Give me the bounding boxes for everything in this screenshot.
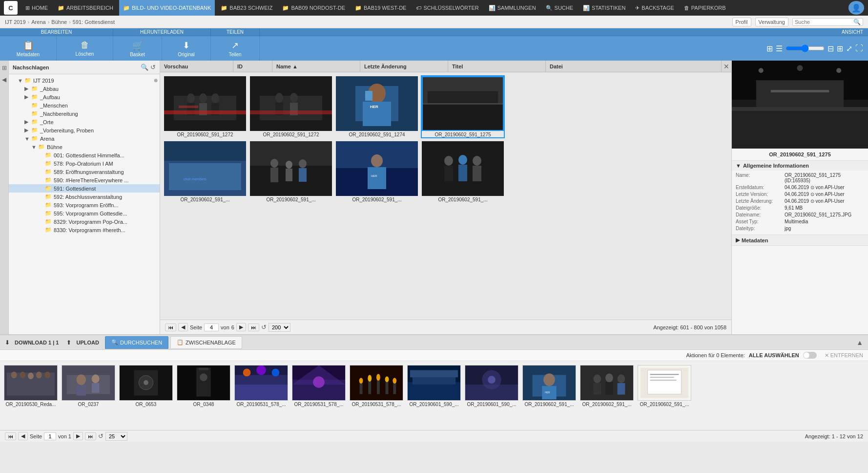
- toolbar-loschen[interactable]: 🗑 Löschen: [57, 36, 113, 61]
- tree-item-ijt2019[interactable]: ▼ 📁 IJT 2019 ⊕: [9, 76, 160, 85]
- tree-item-aufbau[interactable]: ▶ 📁 _Aufbau: [9, 93, 160, 101]
- bottom-expand-btn[interactable]: ▲: [856, 339, 863, 346]
- upload-icon[interactable]: ⬆: [66, 339, 71, 346]
- toolbar-metadaten[interactable]: 📋 Metadaten: [0, 36, 57, 61]
- user-avatar[interactable]: 👤: [848, 1, 864, 15]
- bottom-item-7[interactable]: OR_20190601_590_...: [407, 365, 461, 407]
- download-icon[interactable]: ⬇: [5, 339, 10, 346]
- grid-item-1272a[interactable]: OR_20190602_591_1272: [164, 76, 246, 137]
- top-search-input[interactable]: [795, 19, 853, 25]
- grid-view-icon[interactable]: ⊞: [766, 44, 773, 53]
- nav-backstage[interactable]: ✈ BACKSTAGE: [631, 0, 678, 16]
- col-header-date[interactable]: Letzte Änderung: [360, 61, 448, 72]
- tree-item-f001[interactable]: 📁 001: Gottesdienst Himmelfa...: [9, 151, 160, 159]
- nav-statistiken[interactable]: 📊 STATISTIKEN: [579, 0, 629, 16]
- toolbar-original[interactable]: ⬇ Original: [162, 36, 211, 61]
- profil-button[interactable]: Profil: [732, 18, 751, 26]
- remove-label[interactable]: ✕ ENTFERNEN: [825, 352, 863, 359]
- first-page-btn[interactable]: ⏮: [165, 323, 176, 331]
- toolbar-basket[interactable]: 🛒 Basket: [113, 36, 162, 61]
- breadcrumb-ijt2019[interactable]: IJT 2019: [5, 19, 26, 25]
- grid-item-row2-2[interactable]: OR_20190602_591_...: [250, 141, 332, 202]
- breadcrumb-arena[interactable]: Arena: [31, 19, 45, 25]
- bottom-item-0[interactable]: OR_20190530_Reda...: [4, 365, 58, 407]
- tree-item-f589[interactable]: 📁 589: Eröffnungsveranstaltung: [9, 168, 160, 176]
- col-header-title[interactable]: Titel: [448, 61, 546, 72]
- zoom-slider[interactable]: [785, 44, 825, 52]
- tree-item-nachbereitung[interactable]: 📁 _Nachbereitung: [9, 109, 160, 118]
- close-panel-btn[interactable]: ✕: [722, 63, 731, 70]
- next-page-btn[interactable]: ▶: [236, 323, 246, 331]
- tree-item-vorbereitung[interactable]: ▶ 📁 _Vorbereitung, Proben: [9, 126, 160, 134]
- bottom-per-page-select[interactable]: 25 50 100: [105, 432, 127, 441]
- bottom-item-4[interactable]: OR_20190531_578_...: [234, 365, 288, 407]
- sidebar-toggle-icon[interactable]: ◀: [2, 76, 6, 83]
- grid-item-1272b[interactable]: OR_20190602_591_1272: [250, 76, 332, 137]
- list-view-icon[interactable]: ☰: [776, 44, 783, 53]
- verwaltung-button[interactable]: Verwaltung: [755, 18, 788, 26]
- bottom-item-8[interactable]: OR_20190601_590_...: [465, 365, 518, 407]
- layout1-icon[interactable]: ⊟: [827, 44, 834, 53]
- tree-item-buhne[interactable]: ▼ 📁 Bühne: [9, 143, 160, 151]
- layout2-icon[interactable]: ⊞: [837, 44, 843, 53]
- nav-schluesselworter[interactable]: 🏷 SCHLÜSSELWÖRTER: [412, 0, 482, 16]
- select-all-toggle[interactable]: [803, 352, 817, 359]
- bottom-next-btn[interactable]: ▶: [73, 432, 83, 440]
- nav-bild-video[interactable]: 📁 BILD- UND VIDEO-DATENBANK: [119, 0, 215, 16]
- nav-sammlungen[interactable]: 📊 SAMMLUNGEN: [485, 0, 540, 16]
- bottom-page-input[interactable]: [44, 432, 56, 440]
- tree-item-arena[interactable]: ▼ 📁 Arena: [9, 134, 160, 143]
- tree-item-f8330[interactable]: 📁 8330: Vorprogramm #hereth...: [9, 226, 160, 234]
- bottom-item-3[interactable]: OR_0348: [177, 365, 230, 407]
- breadcrumb-buhne[interactable]: Bühne: [51, 19, 67, 25]
- upload-label[interactable]: UPLOAD: [76, 340, 99, 345]
- nav-suche[interactable]: 🔍 SUCHE: [542, 0, 578, 16]
- col-header-datei[interactable]: Datei: [546, 61, 722, 72]
- tree-item-menschen[interactable]: 📁 _Menschen: [9, 101, 160, 109]
- bottom-prev-btn[interactable]: ◀: [18, 432, 28, 440]
- last-page-btn[interactable]: ⏭: [248, 323, 259, 331]
- col-header-id[interactable]: ID: [233, 61, 272, 72]
- toolbar-teilen[interactable]: ↗ Teilen: [211, 36, 260, 61]
- prev-page-btn[interactable]: ◀: [178, 323, 188, 331]
- detail-section-header[interactable]: ▼ Allgemeine Informationen: [732, 161, 868, 171]
- refresh-btn[interactable]: ↺: [261, 323, 267, 331]
- bottom-last-btn[interactable]: ⏭: [85, 432, 96, 440]
- col-header-name[interactable]: Name ▲: [272, 61, 360, 72]
- bottom-item-2[interactable]: OR_0653: [119, 365, 173, 407]
- nav-bab09[interactable]: 📁 BAB09 NORDOST-DE: [278, 0, 349, 16]
- grid-item-row2-4[interactable]: OR_20190602_591_...: [422, 141, 504, 202]
- bottom-item-11[interactable]: OR_20190602_591_...: [638, 365, 691, 407]
- grid-item-1274[interactable]: HER OR_20190602_591_1274: [336, 76, 418, 137]
- expand-icon[interactable]: ⤢: [846, 44, 852, 53]
- tree-item-f591[interactable]: 📁 591: Gottesdienst: [9, 184, 160, 193]
- bottom-refresh-btn[interactable]: ↺: [98, 432, 103, 440]
- bottom-item-1[interactable]: OR_0237: [62, 365, 115, 407]
- tree-item-f578[interactable]: 📁 578: Pop-Oratorium I AM: [9, 159, 160, 168]
- select-all-label[interactable]: ALLE AUSWÄHLEN: [749, 352, 799, 358]
- fullscreen-icon[interactable]: ⛶: [855, 44, 863, 53]
- grid-item-row2-3[interactable]: HER OR_20190602_591_...: [336, 141, 418, 202]
- nav-bab19[interactable]: 📁 BAB19 WEST-DE: [351, 0, 410, 16]
- bottom-item-5[interactable]: OR_20190531_578_...: [292, 365, 346, 407]
- breadcrumb-gottesdienst[interactable]: 591: Gottesdienst: [73, 19, 115, 25]
- tree-item-f595[interactable]: 📁 595: Vorprogramm Gottesdie...: [9, 209, 160, 217]
- tree-item-orte[interactable]: ▶ 📁 _Orte: [9, 118, 160, 126]
- tree-item-f592[interactable]: 📁 592: Abschlussveranstaltung: [9, 193, 160, 201]
- layers-icon[interactable]: ⊞: [2, 64, 7, 71]
- tab-durchsuchen[interactable]: 🔍 DURCHSUCHEN: [105, 336, 168, 349]
- tree-item-f590[interactable]: 📁 590: #HereThereEverywhere ...: [9, 176, 160, 184]
- grid-item-1275[interactable]: OR_20190602_591_1275: [422, 76, 504, 137]
- detail-metadata-header[interactable]: ▶ Metadaten: [732, 235, 868, 245]
- nav-bab23[interactable]: 📁 BAB23 SCHWEIZ: [217, 0, 276, 16]
- nav-home[interactable]: ⊞ HOME: [21, 0, 52, 16]
- sidebar-refresh-btn[interactable]: ↺: [150, 64, 156, 71]
- page-input[interactable]: [204, 323, 219, 331]
- bottom-item-10[interactable]: OR_20190602_591_...: [580, 365, 634, 407]
- sidebar-search-btn[interactable]: 🔍: [141, 64, 148, 71]
- nav-papierkorb[interactable]: 🗑 PAPIERKORB: [680, 0, 730, 16]
- tab-zwischenablage[interactable]: 📋 ZWISCHENABLAGE: [170, 336, 242, 349]
- nav-arbeitsbereich[interactable]: 📁 ARBEITSBEREICH: [54, 0, 117, 16]
- per-page-select[interactable]: 200 50 100 500: [269, 323, 290, 332]
- tree-item-f8329[interactable]: 📁 8329: Vorprogramm Pop-Ora...: [9, 217, 160, 226]
